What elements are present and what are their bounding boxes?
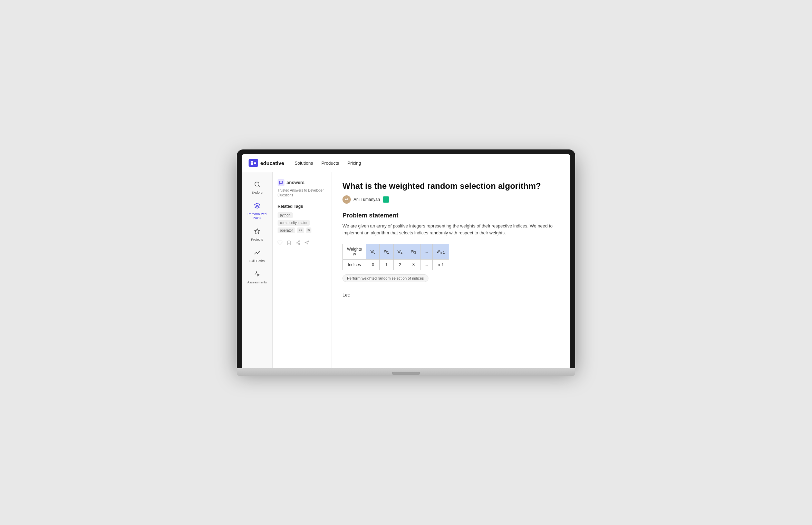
- tag-operator[interactable]: operator: [278, 227, 295, 233]
- personalized-paths-icon: [254, 203, 260, 211]
- index-cell-3: 3: [407, 260, 420, 270]
- problem-statement-heading: Problem statement: [342, 212, 559, 219]
- weights-table: Weightsw w0 w1 w2 w3 ... wn-1: [342, 244, 449, 270]
- sidebar-label-assessments: Assessments: [247, 280, 267, 284]
- svg-point-4: [255, 182, 259, 186]
- index-cell-2: 2: [393, 260, 407, 270]
- answers-title: answers: [287, 180, 304, 185]
- laptop-screen: educative Solutions Products Pricing: [242, 154, 570, 368]
- weight-cell-w3: w3: [407, 244, 420, 260]
- tag-communitycreator[interactable]: communitycreator: [278, 220, 310, 226]
- logo-icon: [249, 159, 258, 167]
- weight-cell-dots: ...: [420, 244, 433, 260]
- article-main: What is the weighted random selection al…: [331, 172, 570, 368]
- table-caption: Perform weighted random selection of ind…: [342, 274, 428, 282]
- svg-line-5: [258, 185, 259, 186]
- index-cell-1: 1: [380, 260, 393, 270]
- bookmark-icon[interactable]: [287, 240, 291, 246]
- weights-table-wrapper: Weightsw w0 w1 w2 w3 ... wn-1: [342, 244, 559, 270]
- svg-line-11: [297, 241, 299, 242]
- sidebar-item-personalized-paths[interactable]: Personalized Paths: [243, 199, 271, 223]
- assessments-icon: [254, 271, 260, 279]
- tag-is[interactable]: is: [306, 227, 312, 233]
- weight-cell-w2: w2: [393, 244, 407, 260]
- screen-bezel: educative Solutions Products Pricing: [237, 149, 575, 368]
- index-cell-n: n-1: [433, 260, 449, 270]
- svg-point-8: [296, 242, 298, 243]
- index-cell-dots: ...: [420, 260, 433, 270]
- indices-row-label: Indices: [343, 260, 366, 270]
- action-icons: [278, 240, 326, 246]
- content-area: answers Trusted Answers to Developer Que…: [273, 172, 570, 368]
- answers-header: answers: [278, 179, 326, 186]
- svg-point-7: [299, 241, 300, 242]
- weights-row-label: Weightsw: [343, 244, 366, 260]
- like-icon[interactable]: [278, 240, 282, 246]
- related-tags-title: Related Tags: [278, 204, 326, 209]
- weight-cell-w1: w1: [380, 244, 393, 260]
- author-badge: [383, 196, 389, 203]
- svg-rect-1: [251, 163, 253, 165]
- svg-point-9: [299, 243, 300, 245]
- nav-pricing[interactable]: Pricing: [347, 161, 361, 166]
- problem-statement-text: We are given an array of positive intege…: [342, 223, 559, 237]
- sidebar-item-skill-paths[interactable]: Skill Paths: [243, 246, 271, 266]
- sidebar-item-projects[interactable]: Projects: [243, 225, 271, 245]
- laptop-base: [237, 368, 575, 376]
- top-nav: educative Solutions Products Pricing: [242, 154, 570, 172]
- svg-rect-3: [254, 163, 256, 164]
- sidebar-label-skill-paths: Skill Paths: [249, 259, 264, 263]
- tag-equals[interactable]: ==: [297, 227, 304, 233]
- author-avatar: AT: [342, 195, 351, 204]
- laptop-notch: [392, 372, 420, 375]
- answers-sidebar: answers Trusted Answers to Developer Que…: [273, 172, 331, 368]
- tag-python[interactable]: python: [278, 212, 293, 218]
- laptop-device: educative Solutions Products Pricing: [237, 149, 575, 376]
- logo-area[interactable]: educative: [249, 159, 284, 167]
- skill-paths-icon: [254, 250, 260, 257]
- weight-cell-wn: wn-1: [433, 244, 449, 260]
- megaphone-icon[interactable]: [304, 240, 309, 246]
- sidebar-item-explore[interactable]: Explore: [243, 178, 271, 198]
- sidebar: Explore Personalized Paths: [242, 172, 273, 368]
- sidebar-label-explore: Explore: [251, 191, 262, 194]
- explore-icon: [254, 181, 260, 189]
- svg-line-10: [297, 243, 299, 243]
- projects-icon: [254, 228, 260, 236]
- nav-products[interactable]: Products: [321, 161, 339, 166]
- logo-text: educative: [260, 160, 284, 166]
- sidebar-label-paths: Personalized Paths: [246, 212, 268, 220]
- share-icon[interactable]: [296, 240, 300, 246]
- main-layout: Explore Personalized Paths: [242, 172, 570, 368]
- nav-solutions[interactable]: Solutions: [294, 161, 313, 166]
- weight-cell-w0: w0: [366, 244, 380, 260]
- svg-rect-0: [251, 161, 253, 163]
- sidebar-label-projects: Projects: [251, 237, 263, 241]
- table-row-indices: Indices 0 1 2 3 ... n-1: [343, 260, 449, 270]
- nav-items: Solutions Products Pricing: [294, 161, 361, 166]
- tags-list: python communitycreator operator == is: [278, 212, 326, 233]
- svg-marker-6: [254, 229, 260, 233]
- let-text: Let:: [342, 292, 559, 298]
- author-row: AT Ani Tumanyan: [342, 195, 559, 204]
- answers-icon: [278, 179, 284, 186]
- article-title: What is the weighted random selection al…: [342, 181, 559, 191]
- table-row-weights: Weightsw w0 w1 w2 w3 ... wn-1: [343, 244, 449, 260]
- answers-subtitle: Trusted Answers to Developer Questions: [278, 188, 326, 198]
- sidebar-item-assessments[interactable]: Assessments: [243, 268, 271, 288]
- svg-rect-2: [254, 162, 256, 163]
- author-name: Ani Tumanyan: [354, 197, 380, 202]
- index-cell-0: 0: [366, 260, 380, 270]
